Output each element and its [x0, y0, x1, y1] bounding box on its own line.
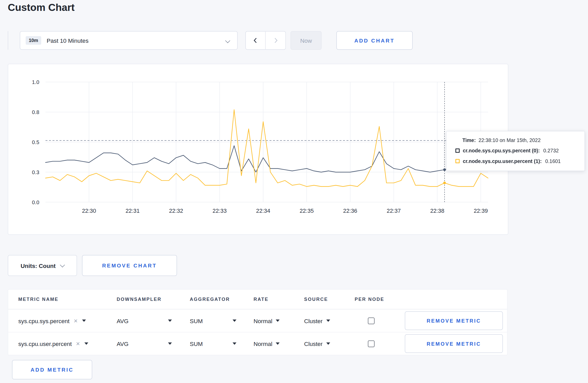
- rate-value: Normal: [254, 317, 272, 324]
- caret-down-icon: [276, 320, 280, 322]
- remove-metric-button[interactable]: REMOVE METRIC: [405, 311, 503, 330]
- next-time-button[interactable]: [266, 31, 286, 50]
- header-source: SOURCE: [304, 297, 328, 302]
- svg-text:0.5: 0.5: [32, 139, 39, 145]
- metrics-table-header: METRIC NAME DOWNSAMPLER AGGREGATOR RATE …: [8, 290, 507, 310]
- header-aggregator: AGGREGATOR: [190, 297, 230, 302]
- series-value: 0.1601: [545, 158, 561, 164]
- series-legend-swatch-icon: [456, 148, 460, 153]
- metric-name-label: sys.cpu.user.percent: [18, 340, 72, 347]
- toolbar-divider: [8, 31, 8, 50]
- series-value: 0.2732: [543, 148, 559, 154]
- custom-chart-page: Custom Chart 10m Past 10 Minutes Now ADD…: [0, 0, 588, 383]
- clear-metric-icon[interactable]: ×: [74, 317, 78, 324]
- caret-down-icon: [326, 343, 330, 345]
- prev-time-button[interactable]: [246, 31, 266, 50]
- tooltip-series-row: cr.node.sys.cpu.user.percent (1): 0.1601: [456, 158, 578, 164]
- units-label: Units: Count: [21, 262, 56, 269]
- series-legend-swatch-icon: [456, 159, 460, 164]
- per-node-cell: [368, 332, 375, 355]
- chevron-left-icon: [252, 37, 260, 44]
- svg-text:22:32: 22:32: [169, 208, 183, 214]
- metric-name-label: sys.cpu.sys.percent: [18, 317, 70, 324]
- svg-text:22:31: 22:31: [125, 208, 139, 214]
- remove-metric-button[interactable]: REMOVE METRIC: [405, 334, 503, 353]
- svg-text:22:38: 22:38: [430, 208, 444, 214]
- svg-text:0.3: 0.3: [32, 169, 39, 175]
- svg-text:1.0: 1.0: [32, 79, 39, 85]
- header-metric-name: METRIC NAME: [18, 297, 59, 302]
- svg-text:0.8: 0.8: [32, 109, 39, 115]
- chevron-down-icon: [226, 37, 230, 44]
- units-dropdown[interactable]: Units: Count: [8, 255, 77, 276]
- header-downsampler: DOWNSAMPLER: [117, 297, 162, 302]
- chevron-down-icon: [60, 262, 65, 267]
- metric-name-select[interactable]: sys.cpu.user.percent ×: [18, 332, 88, 355]
- per-node-checkbox[interactable]: [368, 340, 375, 347]
- time-range-dropdown[interactable]: 10m Past 10 Minutes: [20, 31, 238, 50]
- screen: Custom Chart 10m Past 10 Minutes Now ADD…: [0, 0, 588, 383]
- line-chart[interactable]: 1.00.80.50.30.022:3022:3122:3222:3322:34…: [8, 64, 508, 235]
- add-metric-button[interactable]: ADD METRIC: [12, 360, 92, 379]
- svg-text:22:34: 22:34: [256, 208, 270, 214]
- aggregator-select[interactable]: SUM: [190, 332, 236, 355]
- svg-text:22:33: 22:33: [213, 208, 227, 214]
- metric-row: sys.cpu.sys.percent × AVG SUM Normal Clu…: [8, 309, 507, 332]
- rate-select[interactable]: Normal: [254, 309, 280, 332]
- header-rate: RATE: [254, 297, 269, 302]
- chart-panel: 1.00.80.50.30.022:3022:3122:3222:3322:34…: [8, 64, 508, 235]
- rate-select[interactable]: Normal: [254, 332, 280, 355]
- svg-text:22:30: 22:30: [82, 208, 96, 214]
- time-range-badge: 10m: [26, 36, 41, 45]
- page-title: Custom Chart: [8, 2, 75, 14]
- downsampler-select[interactable]: AVG: [117, 332, 172, 355]
- tooltip-time: Time:22:38:10 on Mar 15th, 2022: [456, 137, 578, 143]
- aggregator-select[interactable]: SUM: [190, 309, 236, 332]
- downsampler-value: AVG: [117, 317, 129, 324]
- source-select[interactable]: Cluster: [304, 309, 330, 332]
- caret-down-icon[interactable]: [84, 343, 88, 345]
- tooltip-time-label: Time:: [463, 137, 476, 143]
- chart-tooltip: Time:22:38:10 on Mar 15th, 2022 cr.node.…: [446, 131, 585, 171]
- source-value: Cluster: [304, 340, 323, 347]
- caret-down-icon[interactable]: [82, 320, 86, 322]
- metric-name-select[interactable]: sys.cpu.sys.percent ×: [18, 309, 86, 332]
- now-button[interactable]: Now: [291, 31, 322, 50]
- svg-text:0.0: 0.0: [32, 200, 39, 205]
- caret-down-icon: [276, 343, 280, 345]
- toolbar: 10m Past 10 Minutes Now ADD CHART: [8, 31, 413, 50]
- series-label: cr.node.sys.cpu.sys.percent (0):: [463, 148, 540, 154]
- caret-down-icon: [233, 343, 236, 345]
- aggregator-value: SUM: [190, 317, 203, 324]
- per-node-checkbox[interactable]: [368, 317, 375, 324]
- remove-chart-button[interactable]: REMOVE CHART: [82, 255, 177, 276]
- caret-down-icon: [233, 320, 236, 322]
- chevron-right-icon: [272, 37, 279, 44]
- svg-text:22:36: 22:36: [343, 208, 357, 214]
- aggregator-value: SUM: [190, 340, 203, 347]
- time-step-group: [246, 31, 286, 50]
- per-node-cell: [368, 309, 375, 332]
- svg-text:22:39: 22:39: [474, 208, 488, 214]
- time-range-label: Past 10 Minutes: [47, 37, 88, 44]
- svg-text:22:37: 22:37: [387, 208, 401, 214]
- metric-row: sys.cpu.user.percent × AVG SUM Normal Cl…: [8, 332, 507, 355]
- tooltip-time-value: 22:38:10 on Mar 15th, 2022: [479, 137, 541, 143]
- metrics-table: METRIC NAME DOWNSAMPLER AGGREGATOR RATE …: [8, 289, 508, 355]
- svg-text:22:35: 22:35: [300, 208, 314, 214]
- source-value: Cluster: [304, 317, 323, 324]
- caret-down-icon: [168, 343, 172, 345]
- tooltip-series-row: cr.node.sys.cpu.sys.percent (0): 0.2732: [456, 148, 578, 154]
- clear-metric-icon[interactable]: ×: [76, 340, 80, 347]
- header-per-node: PER NODE: [355, 297, 384, 302]
- caret-down-icon: [326, 320, 330, 322]
- series-label: cr.node.sys.cpu.user.percent (1):: [463, 158, 542, 164]
- add-chart-button[interactable]: ADD CHART: [337, 31, 413, 50]
- caret-down-icon: [168, 320, 172, 322]
- source-select[interactable]: Cluster: [304, 332, 330, 355]
- downsampler-value: AVG: [117, 340, 129, 347]
- chart-options-row: Units: Count REMOVE CHART: [8, 255, 177, 276]
- downsampler-select[interactable]: AVG: [117, 309, 172, 332]
- rate-value: Normal: [254, 340, 272, 347]
